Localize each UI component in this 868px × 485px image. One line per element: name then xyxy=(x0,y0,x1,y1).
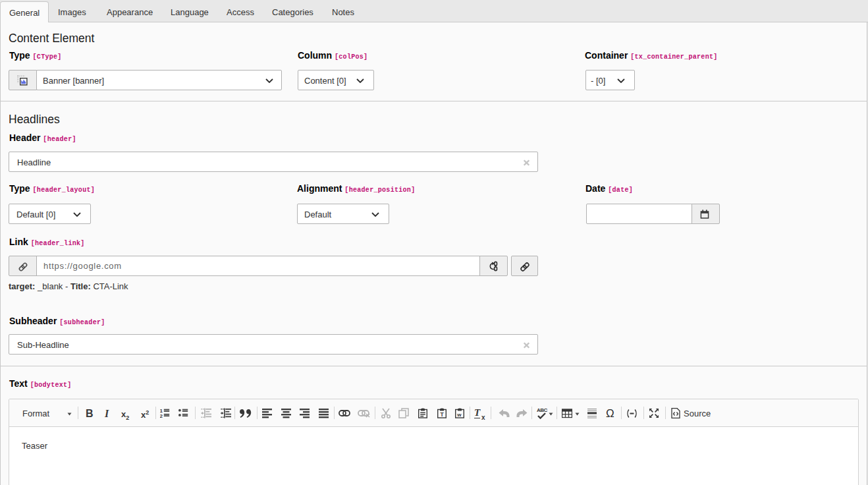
svg-text:w: w xyxy=(456,412,462,418)
svg-text:2: 2 xyxy=(160,413,163,418)
svg-text:T: T xyxy=(440,411,444,418)
